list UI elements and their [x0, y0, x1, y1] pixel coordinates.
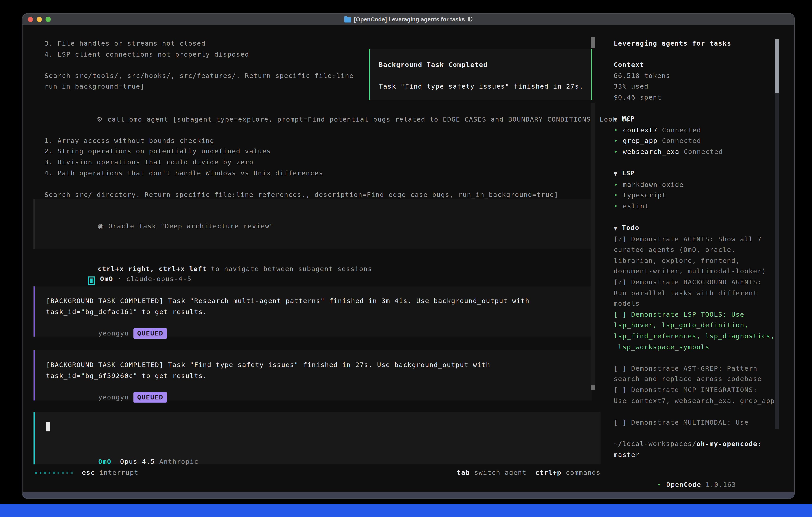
session-sidebar: Leveraging agents for tasks Context 66,5…	[607, 25, 793, 492]
status-dot-icon: •	[614, 126, 618, 134]
main-scrollbar-end[interactable]	[590, 385, 595, 390]
mcp-name: websearch_exa	[623, 147, 679, 155]
input-agent-name[interactable]: OmO	[98, 457, 111, 465]
titlebar[interactable]: [OpenCode] Leveraging agents for tasks	[23, 13, 794, 25]
chevron-down-icon[interactable]: ▼	[614, 169, 618, 180]
mcp-item: •websearch_exa Connected	[614, 146, 794, 157]
prompt-input[interactable]: OmO Opus 4.5 Anthropic	[34, 412, 601, 464]
progress-circle-icon	[467, 17, 472, 22]
notification-body: Task "Find type safety issues" finished …	[379, 81, 591, 92]
lsp-name: typescript	[623, 191, 666, 199]
lsp-name: markdown-oxide	[623, 181, 684, 188]
agent-name: OmO	[100, 275, 113, 282]
esc-key-label: interrupt	[99, 467, 139, 478]
input-provider-name: Anthropic	[159, 457, 198, 465]
window-title: [OpenCode] Leveraging agents for tasks	[354, 16, 465, 22]
task-author: yeongyu	[98, 329, 129, 337]
status-bar-right: tab switch agent ctrl+p commands	[457, 467, 601, 478]
oracle-task-card: ◉ Oracle Task "Deep architecture review"…	[34, 199, 592, 249]
tool-call-body: 1. Array access without bounds checking …	[45, 136, 635, 200]
text-cursor	[46, 422, 50, 431]
transcript-pane: 3. File handles or streams not closed 4.…	[23, 25, 607, 492]
todo-heading: Todo	[622, 222, 639, 233]
commands-key-label: commands	[566, 467, 601, 478]
notification-title: Background Task Completed	[379, 60, 591, 71]
chevron-down-icon[interactable]: ▼	[614, 223, 618, 234]
input-model-name[interactable]: Opus 4.5	[120, 457, 155, 465]
gear-icon: ⚙	[97, 115, 103, 123]
tool-call-block: ⚙ call_omo_agent [subagent_type=explore,…	[45, 103, 635, 200]
task-message-body: [BACKGROUND TASK COMPLETED] Task "Find t…	[46, 360, 592, 381]
todo-item-completed: [✓] Demonstrate AGENTS: Show all 7 curat…	[614, 234, 794, 277]
folder-icon	[345, 17, 351, 22]
mcp-item: •context7 Connected	[614, 125, 794, 136]
transcript-intro-text: 3. File handles or streams not closed 4.…	[45, 38, 354, 92]
terminal-window: [OpenCode] Leveraging agents for tasks 3…	[23, 13, 794, 498]
todo-item-in-progress: [ ] Demonstrate LSP TOOLS: Use lsp_hover…	[614, 309, 794, 352]
sidebar-scrollbar-track	[775, 93, 779, 429]
status-bar-left: esc interrupt	[35, 467, 139, 478]
esc-key-hint: esc	[82, 467, 95, 478]
fisheye-icon: ◉	[98, 222, 104, 229]
task-message: [BACKGROUND TASK COMPLETED] Task "Resear…	[34, 286, 592, 336]
lsp-heading-row[interactable]: ▼LSP	[614, 168, 794, 180]
workspace-info: ~/local-workspaces/oh-my-opencode: maste…	[614, 439, 794, 460]
lsp-heading: LSP	[622, 168, 635, 179]
todo-section: ▼Todo [✓] Demonstrate AGENTS: Show all 7…	[614, 222, 794, 428]
app-name-light: Open	[666, 481, 684, 488]
app-version: 1.0.163	[705, 481, 736, 488]
lsp-section: ▼LSP •markdown-oxide •typescript •eslint	[614, 168, 794, 212]
main-scrollbar-track	[590, 103, 595, 385]
tab-key-hint: tab	[457, 467, 470, 478]
workspace-repo: oh-my-opencode:	[697, 440, 762, 447]
oracle-hint-text: to navigate between subagent sessions	[207, 265, 372, 273]
mcp-heading-row[interactable]: ▼MCP	[614, 114, 794, 125]
mcp-name: grep_app	[623, 137, 658, 144]
context-section: Context 66,518 tokens 33% used $0.46 spe…	[614, 60, 794, 103]
workspace-path-prefix: ~/local-workspaces/	[614, 440, 697, 447]
sidebar-scrollbar-thumb[interactable]	[775, 39, 779, 93]
todo-item-pending: [ ] Demonstrate AST-GREP: Pattern search…	[614, 363, 794, 385]
mcp-item: •grep_app Connected	[614, 136, 794, 146]
minimize-button[interactable]	[36, 17, 42, 22]
session-title: Leveraging agents for tasks	[614, 38, 794, 49]
task-author: yeongyu	[98, 393, 129, 401]
agent-square-icon	[88, 276, 95, 285]
todo-item-pending: [ ] Demonstrate MULTIMODAL: Use	[614, 417, 794, 428]
desktop-accent-strip	[0, 504, 812, 517]
terminal-content: 3. File handles or streams not closed 4.…	[23, 25, 793, 492]
status-badge: QUEUED	[134, 328, 167, 339]
commands-key-hint: ctrl+p	[535, 467, 561, 478]
task-message-body: [BACKGROUND TASK COMPLETED] Task "Resear…	[46, 296, 592, 317]
mcp-section: ▼MCP •context7 Connected •grep_app Conne…	[614, 114, 794, 157]
status-dot-icon: •	[614, 137, 618, 144]
status-dot-icon: •	[614, 202, 618, 210]
desktop: [OpenCode] Leveraging agents for tasks 3…	[0, 0, 812, 517]
context-details: 66,518 tokens 33% used $0.46 spent	[614, 71, 794, 103]
task-message: [BACKGROUND TASK COMPLETED] Task "Find t…	[34, 350, 592, 401]
window-bottom-edge	[23, 492, 794, 498]
status-dot-icon: •	[614, 147, 618, 155]
background-task-notification: Background Task Completed Task "Find typ…	[369, 49, 592, 100]
app-name-bold: Code	[684, 481, 701, 488]
mcp-name: context7	[623, 126, 658, 134]
chevron-down-icon[interactable]: ▼	[614, 114, 618, 125]
mcp-heading: MCP	[622, 114, 635, 125]
agent-separator: ·	[117, 275, 122, 282]
tool-call-header: call_omo_agent [subagent_type=explore, p…	[108, 115, 635, 123]
tab-key-label: switch agent	[474, 467, 527, 478]
status-dot-icon: •	[614, 181, 618, 188]
close-button[interactable]	[28, 17, 33, 22]
todo-heading-row[interactable]: ▼Todo	[614, 222, 794, 234]
context-heading: Context	[614, 60, 794, 71]
status-dot-icon: •	[657, 481, 662, 488]
lsp-name: eslint	[623, 202, 649, 210]
lsp-item: •typescript	[614, 190, 794, 201]
main-scrollbar-thumb[interactable]	[590, 37, 595, 48]
version-line: •OpenCode 1.0.163	[614, 469, 794, 492]
workspace-branch: master	[614, 450, 794, 460]
agent-model: claude-opus-4-5	[126, 275, 192, 282]
oracle-task-title: Oracle Task "Deep architecture review"	[108, 222, 274, 229]
status-badge: QUEUED	[134, 392, 167, 403]
zoom-button[interactable]	[46, 17, 51, 22]
